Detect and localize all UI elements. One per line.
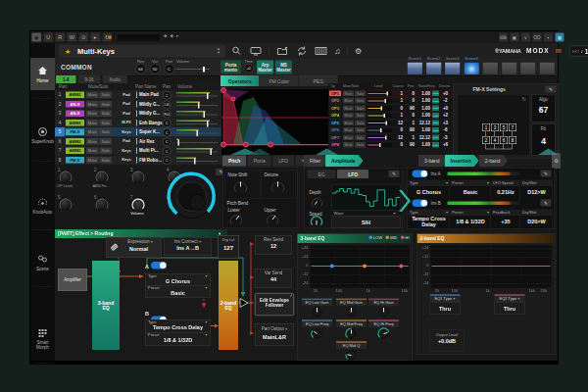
op-ratio-value[interactable]: 1.00 [416,106,430,111]
algorithm-display[interactable]: ↻ 13572468 [458,95,530,156]
op-level-slider[interactable] [368,107,392,111]
op-ratio-value[interactable]: 1.00 [416,98,430,103]
op-fine-value[interactable]: 0 [406,113,415,118]
fm-color-display[interactable] [221,89,328,155]
op-ratio-value[interactable]: 1.00 [416,142,430,147]
op-detune-value[interactable]: +0 [440,91,451,96]
eq3-graph[interactable] [311,246,410,288]
op-ratio-value[interactable]: 12.12 [416,135,430,140]
ins-b-preset[interactable]: Preset▾1/8 & 1/32D [451,210,492,229]
scene-button-7[interactable] [520,62,537,75]
amp-header-tab-amplitude[interactable]: Amplitude [325,155,363,167]
name-spinner-icon[interactable]: ▲▼ [217,46,220,55]
search-icon[interactable] [231,46,242,57]
scene-button-1[interactable]: Scene1 [407,62,423,75]
pitch-tab-lfo[interactable]: LFO [272,156,294,167]
part-row-3[interactable]: 3AN-XMuteSoloPadMildly G...R14 [55,109,227,119]
host-right-icon-0[interactable]: ⌨ [499,33,508,42]
common-label[interactable]: COMMON [61,64,92,72]
op-fine-value[interactable]: 0 [406,91,415,96]
part-volume-slider[interactable] [176,139,218,145]
part-row-6[interactable]: 6AWM2MuteSoloPadAir RezC [55,137,227,147]
op-coarse-value[interactable]: 12 [394,135,403,140]
part-pan-knob[interactable]: R14 [163,110,172,119]
part-pan-knob[interactable]: C [163,120,172,128]
wave-select[interactable]: S/H [332,217,401,228]
host-right-icon-3[interactable]: OO [533,33,542,42]
assign-knob-1[interactable] [59,171,72,183]
op-mute-button[interactable]: Mute [343,106,354,112]
fx-tab-insertion[interactable]: Insertion [445,155,479,167]
ins-a-toggle[interactable] [151,262,167,270]
arp-master-button[interactable]: Arp Master [257,61,273,74]
op-mute-button[interactable]: Mute [343,91,354,97]
part-solo-button[interactable]: Solo [100,129,113,136]
op-solo-button[interactable]: Solo [355,113,366,119]
part-pan-knob[interactable]: C [163,147,172,156]
op-solo-button[interactable]: Solo [355,98,366,104]
ins-a-preset-select[interactable]: Preset▾ Basic [145,285,211,298]
toolbar-record-circle-button[interactable]: ◉ [32,33,42,42]
host-right-icon-2[interactable]: ∨ [521,33,530,42]
common-var-knob[interactable]: Var50 [149,59,162,75]
op-solo-button[interactable]: Solo [355,142,366,148]
part-row-5[interactable]: 5FM-XMuteSoloKeysSuper K...C [55,127,227,137]
part-volume-slider[interactable] [176,129,218,135]
op-fine-value[interactable]: 90 [406,142,415,147]
pitch-tab-pitch[interactable]: Pitch [222,156,246,167]
eq3-eq-hi-gain-knob[interactable] [378,307,390,318]
op-detune-value[interactable]: +2 [440,113,451,118]
keyboard-icon[interactable] [316,47,327,56]
op-coarse-value[interactable]: 1 [394,98,403,103]
scene-button-8[interactable] [539,62,556,75]
op-level-slider[interactable] [368,136,392,140]
part-solo-button[interactable]: Solo [100,120,113,126]
op-coarse-value[interactable]: 0 [394,106,403,111]
sidebar-item-superknob[interactable]: SuperKnob [30,118,55,153]
op-coarse-value[interactable]: 1 [394,113,403,118]
fx-tab-3-band[interactable]: 3-band [418,155,448,167]
eq3-eq-mid-gain-knob[interactable] [346,307,358,318]
assign-knob-3[interactable] [131,171,144,183]
op-ratio-value[interactable]: 1.00 [416,127,430,132]
amp-header-tab-filter[interactable]: Filter [304,155,328,167]
part-row-1[interactable]: 1AWM2MuteSoloPadMain PadC [55,90,227,100]
op-mute-button[interactable]: Mute [343,135,354,141]
part-solo-button[interactable]: Solo [100,138,113,145]
edit-envelope-follower-button[interactable]: ↗ Edit Envelope Follower [255,293,294,316]
common-rev-knob[interactable]: Rev64 [134,59,147,75]
var-send-box[interactable]: Var Send 44 [255,269,292,288]
fm-tab-operators[interactable]: Operators [220,75,260,86]
toolbar-write-automation-button[interactable]: W [68,33,77,42]
op-coarse-value[interactable]: 0 [394,127,403,132]
randomize-icon[interactable]: ↻ [522,96,526,102]
part-mute-button[interactable]: Mute [86,92,99,99]
preset-nav-icon[interactable]: ◆ [164,33,167,38]
tempo-box[interactable]: EXT ♪ 120 [569,46,588,57]
part-solo-button[interactable]: Solo [100,157,113,164]
dry-level-box[interactable]: Dry Lvl 127 [218,235,239,259]
op-solo-button[interactable]: Solo [355,121,366,126]
op-solo-button[interactable]: Solo [355,91,366,97]
expression-select[interactable]: Expression ▾ Normal [106,237,162,258]
eq3-eq-low-freq-knob[interactable] [312,328,323,340]
part-volume-slider[interactable] [176,111,218,117]
ins-b-toggle[interactable] [413,200,428,208]
op-level-slider[interactable] [368,99,392,103]
host-right-icon-1[interactable]: ▣ [511,33,519,42]
portamento-button[interactable]: Porta mento [220,61,241,74]
part-mute-button[interactable]: Mute [86,120,99,126]
ins-b-feedback[interactable]: Feedback+35 [492,210,521,229]
part-mute-button[interactable]: Mute [86,111,99,118]
operator-row-op8[interactable]: OP8MuteSolo0901.00Ratio+6 [328,141,453,149]
assign-knob-5[interactable] [59,198,72,211]
op-mute-button[interactable]: Mute [343,113,354,119]
eq3-eq-low-gain-knob[interactable] [312,307,323,318]
op-solo-button[interactable]: Solo [355,106,366,112]
part-pan-knob[interactable]: C [163,128,172,137]
pitch-tab-porta[interactable]: Porta [248,156,271,167]
ins-b-type[interactable]: Type▾Tempo Cross Delay [409,210,451,229]
part-solo-button[interactable]: Solo [100,148,113,155]
part-solo-button[interactable]: Solo [100,111,113,118]
op-detune-value[interactable]: -3 [440,135,451,140]
